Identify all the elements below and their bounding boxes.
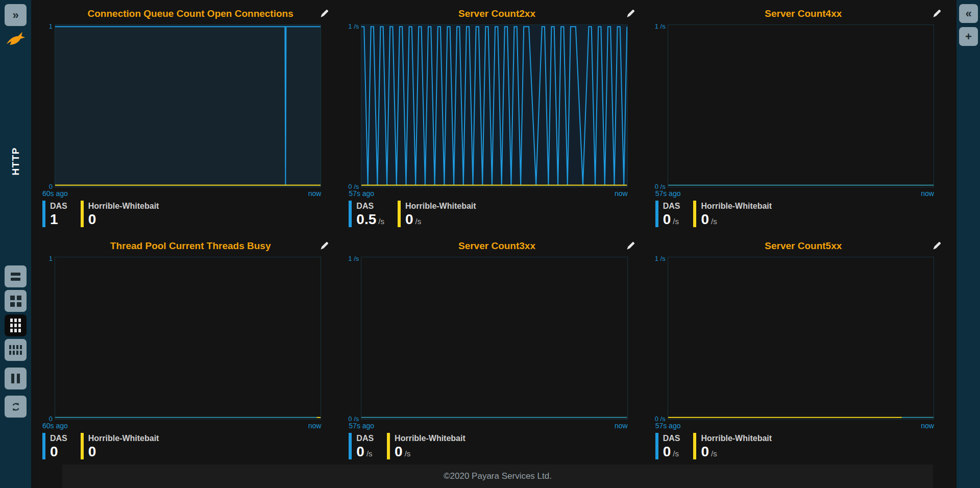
y-axis-max-label: 1 bbox=[49, 22, 53, 30]
footer-bar: ©2020 Payara Services Ltd. bbox=[62, 465, 933, 488]
x-axis-start-label: 60s ago bbox=[42, 422, 68, 430]
charts-grid: Connection Queue Count Open Connections … bbox=[37, 0, 957, 465]
collapse-panel-button[interactable]: « bbox=[959, 4, 978, 23]
chart-card-server-count3xx: Server Count3xx 1 /s 0 /s 57s ago now bbox=[344, 232, 650, 465]
x-axis-end-label: now bbox=[308, 189, 322, 198]
x-axis-end-label: now bbox=[308, 422, 322, 430]
chart-card-server-count4xx: Server Count4xx 1 /s 0 /s 57s ago now bbox=[650, 0, 957, 232]
left-sidebar: » HTTP bbox=[0, 0, 31, 488]
refresh-button[interactable] bbox=[5, 396, 27, 418]
series-unit: /s bbox=[415, 217, 422, 226]
series-value: 0 bbox=[88, 444, 96, 459]
chart-card-server-count5xx: Server Count5xx 1 /s 0 /s 57s ago now bbox=[650, 232, 957, 465]
pause-button[interactable] bbox=[5, 368, 27, 389]
legend-item-das: DAS 0 bbox=[42, 433, 67, 465]
series-value: 0 bbox=[701, 444, 709, 459]
series-color-bar bbox=[387, 433, 390, 459]
plus-icon: + bbox=[965, 31, 972, 42]
chart-legend: DAS 0/s Horrible-Whitebait 0/s bbox=[650, 200, 957, 232]
legend-item-das: DAS 0.5/s bbox=[349, 201, 384, 232]
page-title-http: HTTP bbox=[10, 147, 21, 176]
series-color-bar bbox=[81, 433, 84, 459]
edit-chart-button[interactable] bbox=[318, 7, 330, 19]
pencil-icon bbox=[932, 9, 942, 18]
chart-legend: DAS 0/s Horrible-Whitebait 0/s bbox=[344, 432, 650, 465]
dashboard-main: Connection Queue Count Open Connections … bbox=[31, 0, 957, 488]
chart-card-thread-pool: Thread Pool Current Threads Busy 1 0 60s… bbox=[37, 232, 344, 465]
refresh-icon bbox=[10, 401, 21, 412]
series-name: Horrible-Whitebait bbox=[701, 201, 772, 212]
x-axis-end-label: now bbox=[615, 422, 628, 430]
series-name: DAS bbox=[356, 201, 384, 212]
series-value: 0 bbox=[701, 212, 709, 227]
edit-chart-button[interactable] bbox=[931, 7, 943, 19]
series-unit: /s bbox=[673, 217, 679, 226]
edit-chart-button[interactable] bbox=[625, 7, 637, 19]
series-name: DAS bbox=[663, 433, 680, 444]
chart-legend: DAS 0.5/s Horrible-Whitebait 0/s bbox=[344, 200, 650, 232]
series-value: 1 bbox=[50, 212, 58, 227]
series-unit: /s bbox=[378, 217, 384, 226]
layout-grid-4x4-button[interactable] bbox=[5, 339, 27, 361]
chart-legend: DAS 0/s Horrible-Whitebait 0/s bbox=[650, 432, 957, 465]
x-axis-start-label: 60s ago bbox=[42, 189, 68, 198]
series-unit: /s bbox=[673, 449, 679, 458]
chart-legend: DAS 1 Horrible-Whitebait 0 bbox=[37, 200, 344, 232]
legend-item-das: DAS 0/s bbox=[349, 433, 374, 465]
edit-chart-button[interactable] bbox=[625, 239, 637, 252]
chart-legend: DAS 0 Horrible-Whitebait 0 bbox=[37, 432, 344, 465]
y-axis-max-label: 1 /s bbox=[348, 22, 359, 30]
series-value: 0 bbox=[663, 444, 671, 459]
legend-item-horrible-whitebait: Horrible-Whitebait 0/s bbox=[693, 201, 772, 232]
pencil-icon bbox=[626, 9, 635, 18]
chart-plot-area bbox=[668, 257, 934, 420]
pause-icon bbox=[11, 374, 20, 383]
series-color-bar bbox=[655, 201, 658, 227]
series-color-bar bbox=[81, 201, 84, 227]
grid-2x2-layout-icon bbox=[10, 296, 21, 307]
edit-chart-button[interactable] bbox=[931, 239, 943, 252]
layout-grid-2x2-button[interactable] bbox=[5, 290, 27, 312]
chart-plot-area bbox=[55, 25, 321, 187]
series-name: Horrible-Whitebait bbox=[395, 433, 465, 444]
legend-item-horrible-whitebait: Horrible-Whitebait 0/s bbox=[398, 201, 476, 232]
series-name: Horrible-Whitebait bbox=[701, 433, 772, 444]
add-chart-button[interactable]: + bbox=[959, 27, 978, 46]
chart-plot-area bbox=[668, 25, 934, 187]
single-column-layout-icon bbox=[11, 273, 20, 281]
series-value: 0 bbox=[395, 444, 403, 459]
chevron-double-right-icon: » bbox=[12, 10, 18, 21]
series-color-bar bbox=[655, 433, 658, 459]
series-color-bar bbox=[42, 433, 45, 459]
x-axis-start-label: 57s ago bbox=[349, 189, 374, 198]
series-value: 0 bbox=[88, 212, 96, 227]
legend-item-horrible-whitebait: Horrible-Whitebait 0/s bbox=[693, 433, 772, 465]
layout-single-column-button[interactable] bbox=[5, 265, 27, 287]
chart-title: Server Count4xx bbox=[765, 8, 842, 19]
series-name: Horrible-Whitebait bbox=[405, 201, 476, 212]
edit-chart-button[interactable] bbox=[318, 239, 330, 252]
chart-title: Thread Pool Current Threads Busy bbox=[110, 240, 271, 252]
right-sidebar: « + bbox=[957, 0, 980, 488]
pencil-icon bbox=[320, 241, 329, 251]
y-axis-max-label: 1 /s bbox=[348, 255, 359, 262]
legend-item-das: DAS 1 bbox=[42, 201, 67, 232]
legend-item-horrible-whitebait: Horrible-Whitebait 0/s bbox=[387, 433, 465, 465]
legend-item-horrible-whitebait: Horrible-Whitebait 0 bbox=[81, 201, 159, 232]
pencil-icon bbox=[932, 241, 942, 251]
series-color-bar bbox=[349, 201, 352, 227]
chart-title: Connection Queue Count Open Connections bbox=[88, 8, 293, 19]
series-name: Horrible-Whitebait bbox=[88, 201, 159, 212]
x-axis-end-label: now bbox=[921, 422, 934, 430]
chart-plot-area bbox=[361, 25, 627, 187]
chevron-double-left-icon: « bbox=[965, 8, 971, 19]
series-name: DAS bbox=[50, 201, 67, 212]
y-axis-max-label: 1 /s bbox=[655, 255, 666, 262]
y-axis-max-label: 1 /s bbox=[655, 22, 666, 30]
chart-title: Server Count5xx bbox=[765, 240, 842, 252]
pencil-icon bbox=[320, 9, 329, 18]
series-value: 0 bbox=[50, 444, 58, 459]
legend-item-horrible-whitebait: Horrible-Whitebait 0 bbox=[81, 433, 159, 465]
layout-grid-3x3-button[interactable] bbox=[5, 314, 27, 336]
expand-sidebar-button[interactable]: » bbox=[5, 4, 27, 26]
